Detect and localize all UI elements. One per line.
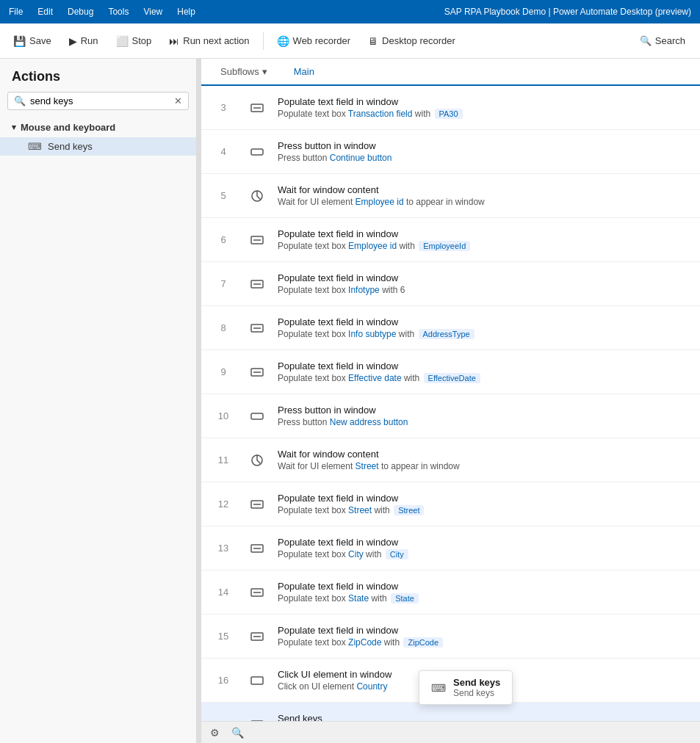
step-mid: to appear in window [406, 197, 485, 207]
step-link[interactable]: State [348, 593, 369, 604]
step-mid: with [371, 593, 386, 604]
step-content: Populate text field in windowPopulate te… [269, 90, 700, 125]
menu-view[interactable]: View [143, 7, 162, 17]
step-row[interactable]: 3Populate text field in windowPopulate t… [201, 86, 700, 130]
step-desc-text: Press button [278, 417, 330, 427]
sidebar-item-send-keys[interactable]: ⌨ Send keys [0, 137, 196, 156]
step-desc: Populate text box Effective date with Ef… [278, 373, 691, 383]
main-tab-label: Main [294, 66, 314, 77]
step-row[interactable]: 10Press button in windowPress button New… [201, 394, 700, 438]
run-next-label: Run next action [183, 35, 249, 46]
step-icon [245, 233, 269, 247]
step-row[interactable]: 9Populate text field in windowPopulate t… [201, 350, 700, 394]
bottom-icon-right[interactable]: 🔍 [231, 727, 244, 739]
step-content: Populate text field in windowPopulate te… [269, 355, 700, 389]
steps-container[interactable]: 3Populate text field in windowPopulate t… [201, 86, 700, 721]
step-row[interactable]: 11Wait for window contentWait for UI ele… [201, 438, 700, 482]
main-tab[interactable]: Main [281, 59, 328, 86]
step-link[interactable]: Transaction field [348, 109, 413, 119]
svg-rect-2 [251, 149, 263, 155]
step-content: Press button in windowPress button Conti… [269, 134, 700, 169]
desktop-recorder-button[interactable]: 🖥 Desktop recorder [361, 32, 463, 51]
step-row[interactable]: 6Populate text field in windowPopulate t… [201, 218, 700, 262]
search-input[interactable] [30, 95, 174, 106]
step-desc: Wait for UI element Street to appear in … [278, 461, 691, 471]
step-mid: with [374, 505, 389, 515]
step-desc-text: Populate text box [278, 505, 348, 515]
step-content: Populate text field in windowPopulate te… [269, 575, 700, 609]
menu-debug[interactable]: Debug [68, 7, 93, 17]
step-mid: with [399, 241, 414, 251]
step-row[interactable]: 4Press button in windowPress button Cont… [201, 130, 700, 174]
subflows-tab[interactable]: Subflows ▾ [207, 59, 281, 84]
step-desc-text: Wait for UI element [278, 197, 356, 207]
bottom-icon-left[interactable]: ⚙ [210, 727, 220, 739]
step-content: Wait for window contentWait for UI eleme… [269, 178, 700, 213]
step-row[interactable]: 13Populate text field in windowPopulate … [201, 526, 700, 570]
clear-icon[interactable]: ✕ [174, 95, 182, 106]
step-desc: Populate text box Employee id with Emplo… [278, 241, 691, 251]
step-desc: Populate text box Info subtype with Addr… [278, 329, 691, 339]
step-badge: EffectiveDate [424, 373, 480, 383]
step-link[interactable]: Employee id [348, 241, 397, 251]
step-link[interactable]: ZipCode [348, 637, 381, 648]
step-title: Populate text field in window [278, 537, 691, 548]
popup-icon: ⌨ [431, 682, 446, 694]
step-link[interactable]: Effective date [348, 373, 402, 383]
step-desc: Populate text box Infotype with 6 [278, 285, 691, 295]
menu-edit[interactable]: Edit [37, 7, 53, 17]
menu-tools[interactable]: Tools [108, 7, 129, 17]
step-row[interactable]: 14Populate text field in windowPopulate … [201, 570, 700, 615]
step-icon [245, 498, 269, 511]
step-row[interactable]: 5Wait for window contentWait for UI elem… [201, 174, 700, 218]
step-row[interactable]: 8Populate text field in windowPopulate t… [201, 306, 700, 350]
step-number: 13 [201, 543, 245, 554]
step-desc-text: Click on UI element [278, 681, 356, 692]
step-desc: Wait for UI element Employee id to appea… [278, 197, 691, 207]
toolbar: 💾 Save ▶ Run ⬜ Stop ⏭ Run next action 🌐 … [0, 23, 700, 59]
step-badge: City [386, 549, 408, 559]
send-keys-label: Send keys [48, 141, 93, 152]
category-mouse-keyboard[interactable]: ▾ Mouse and keyboard [0, 117, 196, 137]
app-title: SAP RPA Playbook Demo | Power Automate D… [444, 7, 691, 17]
step-title: Populate text field in window [278, 316, 691, 327]
step-link[interactable]: Street [348, 505, 372, 515]
search-button[interactable]: 🔍 Search [631, 32, 694, 50]
step-link[interactable]: Info subtype [348, 329, 396, 339]
step-link[interactable]: Employee id [356, 197, 404, 207]
step-icon [245, 586, 269, 599]
run-next-button[interactable]: ⏭ Run next action [162, 32, 256, 51]
step-link[interactable]: New address button [330, 417, 408, 427]
step-row[interactable]: 17Send keysSend the following keystrokes… [201, 703, 700, 721]
web-recorder-button[interactable]: 🌐 Web recorder [270, 32, 358, 51]
step-mid: with 6 [382, 285, 405, 295]
step-icon [245, 101, 269, 115]
step-link[interactable]: Country [356, 681, 387, 692]
menu-help[interactable]: Help [177, 7, 195, 17]
step-number: 11 [201, 454, 245, 465]
step-row[interactable]: 12Populate text field in windowPopulate … [201, 482, 700, 526]
step-badge: Street [394, 505, 424, 515]
step-link[interactable]: City [348, 549, 364, 559]
search-box[interactable]: 🔍 ✕ [7, 92, 189, 110]
subflows-label: Subflows [220, 66, 259, 77]
step-link[interactable]: Street [356, 461, 379, 471]
search-icon: 🔍 [14, 95, 26, 106]
run-button[interactable]: ▶ Run [62, 32, 106, 51]
toolbar-separator [263, 32, 264, 50]
run-next-icon: ⏭ [169, 35, 179, 47]
step-link[interactable]: Continue button [330, 153, 392, 163]
menu-file[interactable]: File [9, 7, 23, 17]
step-title: Press button in window [278, 405, 691, 416]
step-content: Populate text field in windowPopulate te… [269, 619, 700, 653]
menu-bar: File Edit Debug Tools View Help [9, 7, 195, 17]
step-icon [245, 145, 269, 159]
step-link[interactable]: Infotype [348, 285, 380, 295]
svg-rect-12 [251, 413, 263, 419]
step-number: 5 [201, 190, 245, 201]
step-row[interactable]: 15Populate text field in windowPopulate … [201, 615, 700, 659]
stop-button[interactable]: ⬜ Stop [109, 32, 159, 51]
step-desc: Populate text box State with State [278, 593, 691, 604]
step-row[interactable]: 7Populate text field in windowPopulate t… [201, 262, 700, 306]
save-button[interactable]: 💾 Save [6, 32, 59, 51]
